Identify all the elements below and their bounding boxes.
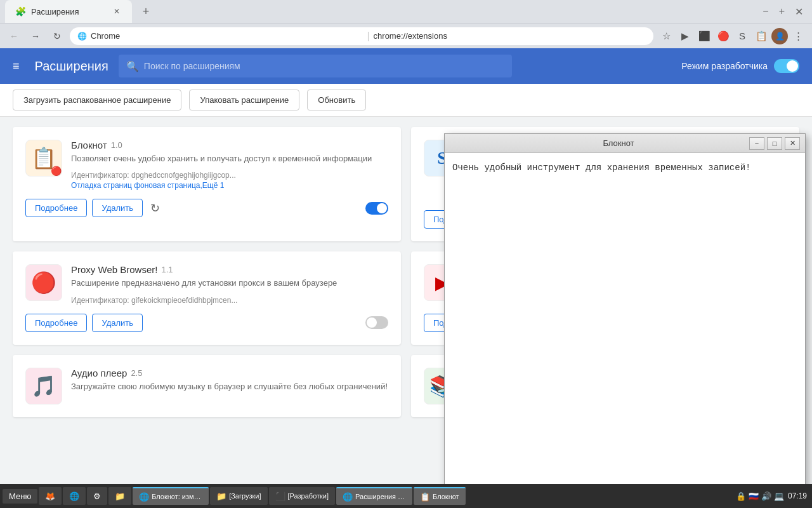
ext-icon-blocknot: 📋 🔴 [25,140,62,177]
card-header: 📋 🔴 Блокнот 1.0 Позволяет очень удобно х… [25,140,388,190]
tab-favicon: 🧩 [15,6,26,17]
hamburger-menu[interactable]: ≡ [13,60,20,73]
extension-card-audioplayer: 🎵 Аудио плеер 2.5 Загружайте свою любиму… [13,355,401,417]
notepad-textarea[interactable]: Очень удобный инструмент для хранения вр… [452,161,797,484]
search-bar: 🔍 [119,55,512,77]
settings-icon: ⚙ [93,491,101,501]
notepad-icon: 📋 [420,492,430,502]
minimize-button[interactable]: − [759,6,772,17]
dev-bar: Загрузить распакованное расширение Упако… [0,84,812,117]
blocknot-tab-label: Блокнот: изменени... [152,493,202,500]
ext-name: Proxy Web Browser! [71,264,157,275]
new-tab-button[interactable]: + [137,3,155,20]
ext-box-icon[interactable]: ⬛ [695,27,713,45]
tab-close-button[interactable]: ✕ [112,6,122,17]
load-unpacked-button[interactable]: Загрузить распакованное расширение [13,90,181,110]
title-bar: 🧩 Расширения ✕ + − + ✕ [0,0,812,23]
remove-button-blocknot[interactable]: Удалить [92,199,143,217]
window-controls: − + ✕ [759,6,807,18]
taskbar-item-files[interactable]: 📁 [108,487,131,505]
url-bar[interactable]: 🌐 Chrome | chrome://extensions [70,27,653,45]
search-icon: 🔍 [126,60,139,72]
ext-icon-audioplayer: 🎵 [25,368,62,404]
enable-toggle-proxy[interactable] [365,316,388,329]
ext-version: 2.5 [131,368,142,378]
ext-desc: Загружайте свою любимую музыку в браузер… [71,381,388,392]
maximize-button[interactable]: + [775,6,789,17]
toolbar-icons: ☆ ▶ ⬛ 🔴 S 📋 👤 ⋮ [657,27,807,45]
forward-button[interactable]: → [27,27,44,45]
ext-id: Идентификатор: gifekoickmpieoefdidhbpjmc… [71,296,388,305]
url-favicon: 🌐 [77,32,87,41]
files-icon: 📁 [115,491,125,501]
reload-button[interactable]: ↻ [48,27,66,45]
ext-s-icon[interactable]: S [733,27,751,45]
ext-red-icon[interactable]: 🔴 [714,27,732,45]
ext-info: Proxy Web Browser! 1.1 Расширение предна… [71,264,388,304]
ext-icon-proxy: 🔴 [25,264,62,301]
volume-icon: 🔊 [761,491,771,501]
ext-name-row: Блокнот 1.0 [71,140,388,150]
flag-icon: 🇷🇺 [749,491,759,501]
downloads-label: [Загрузки] [229,492,261,500]
back-button[interactable]: ← [5,27,23,45]
notepad-close-button[interactable]: ✕ [785,137,800,150]
more-button-blocknot[interactable]: Подробнее [25,199,87,217]
more-button-proxy[interactable]: Подробнее [25,314,87,332]
taskbar-item-blocknot-changes[interactable]: 🌐 Блокнот: изменени... [133,487,209,505]
firefox-icon: 🦊 [45,491,55,501]
notepad-content: Очень удобный инструмент для хранения вр… [445,153,805,491]
url-text: chrome://extensions [374,31,646,41]
lock-icon: 🔒 [736,491,746,501]
dev-mode-label: Режим разработчика [681,61,768,71]
close-button[interactable]: ✕ [791,6,807,18]
ext-name-row: Аудио плеер 2.5 [71,368,388,378]
pack-extension-button[interactable]: Упаковать расширение [189,90,299,110]
page-title: Расширения [35,59,108,74]
ext-info: Аудио плеер 2.5 Загружайте свою любимую … [71,368,388,392]
extensions-label: Расширения - Goo... [355,493,406,500]
taskbar-item-downloads[interactable]: 📁 [Загрузки] [210,487,267,505]
ext-version: 1.1 [161,265,173,274]
taskbar-item-notepad[interactable]: 📋 Блокнот [414,487,466,505]
taskbar-time: 07:19 [788,491,807,500]
browser-icon: 🌐 [69,491,79,501]
card-header: 🔴 Proxy Web Browser! 1.1 Расширение пред… [25,264,388,304]
menu-icon[interactable]: ⋮ [789,27,807,45]
user-avatar[interactable]: 👤 [771,28,788,44]
ext-actions: Подробнее Удалить ↻ [25,199,388,217]
ext-debug[interactable]: Отладка страниц фоновая страница,Ещё 1 [71,181,388,190]
notepad-window: Блокнот − □ ✕ Очень удобный инструмент д… [444,133,806,492]
enable-toggle-blocknot[interactable] [365,202,388,215]
taskbar-item-firefox[interactable]: 🦊 [39,487,62,505]
dev-icon: ⬛ [275,491,285,501]
dev-mode-section: Режим разработчика [681,59,799,73]
ext-name-row: Proxy Web Browser! 1.1 [71,264,388,275]
ext-id: Идентификатор: dpghedccnofgeghijohgiijgc… [71,171,388,180]
notepad-titlebar: Блокнот − □ ✕ [445,134,805,153]
dev-mode-toggle[interactable] [774,59,799,73]
bookmark-icon[interactable]: ☆ [657,27,675,45]
notepad-minimize-button[interactable]: − [749,137,764,150]
taskbar: Меню 🦊 🌐 ⚙ 📁 🌐 Блокнот: изменени... 📁 [З… [0,484,812,508]
taskbar-item-extensions[interactable]: 🌐 Расширения - Goo... [336,487,412,505]
extensions-icon: 🌐 [343,492,353,502]
notepad-window-buttons: − □ ✕ [749,137,800,150]
downloads-icon: 📁 [216,491,226,501]
notepad-title: Блокнот [488,138,749,148]
taskbar-start-button[interactable]: Меню [3,489,37,504]
taskbar-item-dev[interactable]: ⬛ [Разработки] [269,487,336,505]
active-tab[interactable]: 🧩 Расширения ✕ [5,0,132,23]
card-header: 🎵 Аудио плеер 2.5 Загружайте свою любиму… [25,368,388,404]
taskbar-item-browser[interactable]: 🌐 [63,487,86,505]
ext-play-icon[interactable]: ▶ [676,27,694,45]
taskbar-item-settings[interactable]: ⚙ [87,487,107,505]
search-input[interactable] [144,61,504,71]
extension-card-proxy: 🔴 Proxy Web Browser! 1.1 Расширение пред… [13,251,401,344]
address-bar: ← → ↻ 🌐 Chrome | chrome://extensions ☆ ▶… [0,23,812,48]
notepad-maximize-button[interactable]: □ [767,137,782,150]
remove-button-proxy[interactable]: Удалить [92,314,143,332]
reload-icon-blocknot[interactable]: ↻ [150,201,160,215]
ext-clip-icon[interactable]: 📋 [752,27,770,45]
update-button[interactable]: Обновить [307,90,366,110]
